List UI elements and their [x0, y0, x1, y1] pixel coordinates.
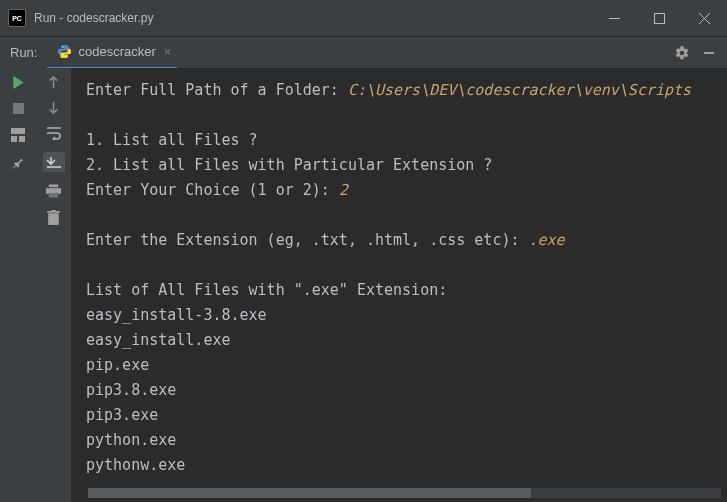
layout-icon[interactable] [11, 128, 25, 142]
trash-icon[interactable] [47, 210, 60, 225]
settings-button[interactable] [667, 37, 697, 69]
file-item: pythonw.exe [86, 456, 185, 474]
choice-prompt: Enter Your Choice (1 or 2): [86, 181, 339, 199]
gutter-right [36, 68, 72, 502]
svg-point-4 [62, 46, 63, 47]
pin-icon[interactable] [11, 156, 25, 170]
svg-rect-8 [13, 103, 24, 114]
hide-button[interactable] [697, 37, 721, 69]
file-item: pip3.exe [86, 406, 158, 424]
tab-name: codescracker [78, 44, 155, 59]
svg-rect-14 [49, 193, 58, 198]
svg-rect-17 [51, 210, 55, 212]
file-item: easy_install.exe [86, 331, 231, 349]
list-header: List of All Files with ".exe" Extension: [86, 281, 447, 299]
scrollbar-thumb[interactable] [88, 488, 531, 498]
svg-rect-11 [19, 136, 25, 142]
ext-prompt: Enter the Extension (eg, .txt, .html, .c… [86, 231, 529, 249]
input-folder: C:\Users\DEV\codescracker\venv\Scripts [348, 81, 691, 99]
run-label: Run: [0, 45, 47, 60]
gutter-left [0, 68, 36, 502]
file-item: pip.exe [86, 356, 149, 374]
file-item: python.exe [86, 431, 176, 449]
input-ext: .exe [529, 231, 565, 249]
svg-rect-15 [48, 213, 59, 225]
prompt-folder: Enter Full Path of a Folder: [86, 81, 348, 99]
input-choice: 2 [339, 181, 348, 199]
file-item: easy_install-3.8.exe [86, 306, 267, 324]
soft-wrap-icon[interactable] [46, 126, 62, 140]
close-button[interactable] [682, 0, 727, 36]
run-icon[interactable] [12, 76, 25, 89]
scroll-to-end-icon[interactable] [43, 152, 65, 172]
run-tab[interactable]: codescracker × [47, 37, 177, 69]
close-tab-icon[interactable]: × [164, 44, 172, 59]
maximize-button[interactable] [637, 0, 682, 36]
python-icon [57, 44, 72, 59]
print-icon[interactable] [46, 184, 61, 198]
app-icon: PC [8, 9, 26, 27]
arrow-down-icon[interactable] [47, 101, 60, 114]
window-title: Run - codescracker.py [34, 11, 592, 25]
menu-1: 1. List all Files ? [86, 131, 258, 149]
file-item: pip3.8.exe [86, 381, 176, 399]
svg-rect-10 [11, 136, 17, 142]
menu-2: 2. List all Files with Particular Extens… [86, 156, 492, 174]
titlebar: PC Run - codescracker.py [0, 0, 727, 36]
console-output[interactable]: Enter Full Path of a Folder: C:\Users\DE… [72, 68, 727, 502]
svg-marker-7 [13, 76, 23, 89]
svg-rect-12 [49, 184, 58, 187]
stop-icon[interactable] [13, 103, 24, 114]
minimize-button[interactable] [592, 0, 637, 36]
run-toolbar: Run: codescracker × [0, 36, 727, 68]
svg-rect-9 [11, 128, 25, 134]
horizontal-scrollbar[interactable] [88, 488, 721, 498]
svg-point-5 [67, 56, 68, 57]
arrow-up-icon[interactable] [47, 76, 60, 89]
svg-rect-1 [655, 13, 665, 23]
